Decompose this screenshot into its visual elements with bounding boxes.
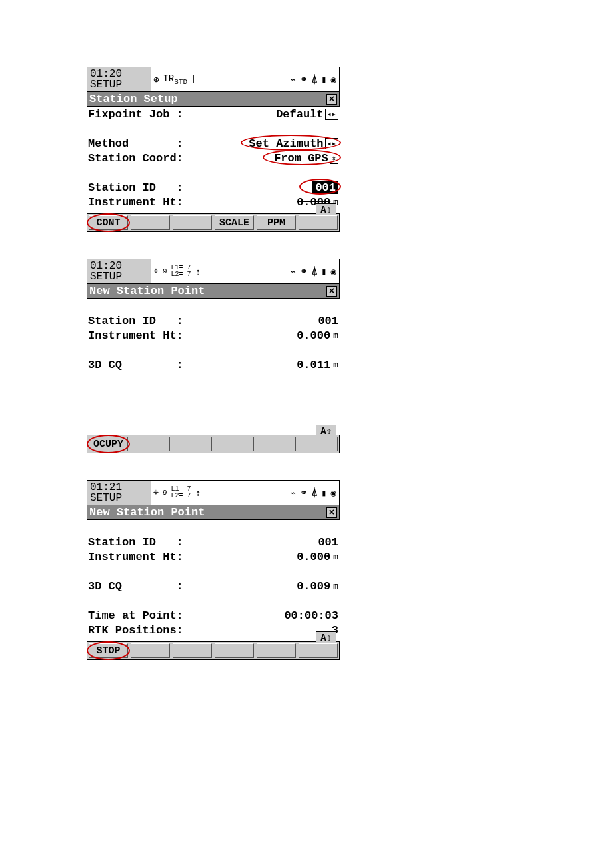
- softkey-label: STOP: [96, 645, 120, 657]
- topbar-time-mode: 01:20SETUP: [87, 67, 151, 91]
- softkey-empty: [173, 437, 212, 451]
- field-label: 3D CQ :: [88, 359, 183, 371]
- link-icon: ⚭: [300, 266, 308, 277]
- close-icon[interactable]: ×: [326, 507, 337, 518]
- form-row: Instrument Ht:0.000m: [87, 549, 340, 564]
- bluetooth-icon: ⌁: [290, 74, 295, 85]
- value-text: 0.000: [297, 329, 330, 342]
- field-label: Station ID :: [88, 315, 183, 327]
- field-value[interactable]: Set Azimuth◂▸: [249, 137, 338, 150]
- field-value: 0.011m: [297, 359, 338, 371]
- field-value: 001: [318, 536, 338, 549]
- value-text: 0.011: [297, 359, 330, 371]
- softkey-label: SCALE: [219, 217, 249, 229]
- shift-indicator: A⇧: [316, 425, 336, 437]
- topbar-icons: ⌖9L1= 7L2= 7⇡⌁⚭⍋▮◉: [151, 259, 339, 283]
- form-row: RTK Positions:3: [87, 623, 340, 637]
- window-titlebar: New Station Point×: [87, 505, 340, 520]
- topbar-icons: ⊛IRSTDI⌁⚭⍋▮◉: [151, 67, 339, 91]
- disk-icon: ◉: [331, 74, 336, 85]
- softkey-empty: [131, 215, 170, 230]
- topbar-time-mode: 01:20SETUP: [87, 259, 151, 283]
- mode-label: SETUP: [90, 79, 151, 90]
- tribrach-icon: ⌖: [153, 487, 159, 498]
- unit-label: m: [333, 360, 338, 370]
- value-text: 001: [318, 536, 338, 549]
- arrow-left-right-icon[interactable]: ◂▸: [325, 109, 338, 120]
- softkey-stop[interactable]: STOP: [89, 643, 128, 658]
- clock: 01:20: [90, 69, 151, 79]
- softkey-empty: [131, 437, 170, 451]
- value-text: Default: [276, 108, 323, 121]
- link-icon: ⚭: [300, 487, 308, 499]
- survey-mode-icon: ⇡: [195, 266, 201, 277]
- value-text: From GPS: [274, 152, 328, 165]
- blank-row: [87, 564, 340, 579]
- field-value[interactable]: From GPS⇳: [274, 152, 338, 165]
- device-screen: 01:20SETUP⊛IRSTDI⌁⚭⍋▮◉Station Setup×Fixp…: [87, 67, 340, 232]
- field-label: Instrument Ht:: [88, 196, 183, 209]
- shift-indicator: A⇧: [316, 203, 336, 215]
- field-label: Instrument Ht:: [88, 551, 183, 563]
- softkey-empty: [215, 643, 254, 658]
- arrow-up-down-icon[interactable]: ⇳: [330, 153, 338, 164]
- window-title: Station Setup: [89, 93, 178, 105]
- form-row: Station ID :001: [87, 180, 340, 195]
- bluetooth-icon: ⌁: [290, 487, 295, 499]
- antenna-icon: ⍋: [312, 74, 317, 85]
- topbar: 01:21SETUP⌖9L1= 7L2= 7⇡⌁⚭⍋▮◉: [87, 480, 340, 505]
- blank-row: [87, 165, 340, 180]
- field-label: Station ID :: [88, 536, 183, 549]
- form-row: Station ID :001: [87, 535, 340, 549]
- info-icon: I: [191, 73, 195, 87]
- ir-sub: STD: [174, 77, 187, 85]
- form-row: Station Coord:From GPS⇳: [87, 151, 340, 165]
- softkey-empty: [299, 215, 338, 230]
- form-row: Method :Set Azimuth◂▸: [87, 136, 340, 151]
- topbar: 01:20SETUP⊛IRSTDI⌁⚭⍋▮◉: [87, 67, 340, 92]
- battery-icon: ▮: [321, 266, 326, 277]
- value-text: 00:00:03: [284, 609, 338, 622]
- clock: 01:20: [90, 261, 151, 271]
- field-label: Fixpoint Job :: [88, 108, 183, 121]
- blank-row: [87, 121, 340, 136]
- close-icon[interactable]: ×: [326, 286, 337, 297]
- field-value[interactable]: 001: [312, 181, 338, 194]
- tribrach-icon: ⌖: [153, 266, 159, 277]
- topbar-time-mode: 01:21SETUP: [87, 481, 151, 505]
- softkey-scale[interactable]: SCALE: [215, 215, 254, 230]
- blank-row: [87, 387, 340, 401]
- field-value[interactable]: Default◂▸: [276, 108, 338, 121]
- unit-label: m: [333, 331, 338, 341]
- disk-icon: ◉: [331, 266, 336, 277]
- softkey-label: PPM: [267, 217, 285, 229]
- value-text: 001: [318, 315, 338, 327]
- device-screen: 01:20SETUP⌖9L1= 7L2= 7⇡⌁⚭⍋▮◉New Station …: [87, 259, 340, 453]
- window-titlebar: Station Setup×: [87, 92, 340, 107]
- blank-row: [87, 520, 340, 535]
- antenna-icon: ⍋: [312, 487, 317, 499]
- window-title: New Station Point: [89, 285, 205, 297]
- form-row: Fixpoint Job :Default◂▸: [87, 107, 340, 121]
- signal-icon: L1= 7L2= 7: [171, 265, 191, 278]
- blank-row: [87, 416, 340, 431]
- arrow-left-right-icon[interactable]: ◂▸: [325, 138, 338, 149]
- field-label: Station Coord:: [88, 152, 183, 165]
- softkey-empty: [215, 437, 254, 451]
- softkey-empty: [173, 643, 212, 658]
- softkey-bar: A⇧OCUPY: [87, 435, 340, 453]
- softkey-label: OCUPY: [93, 439, 123, 450]
- bluetooth-icon: ⌁: [290, 266, 295, 277]
- softkey-ocupy[interactable]: OCUPY: [89, 437, 128, 451]
- form-row: Instrument Ht:0.000m: [87, 195, 340, 209]
- value-text: 0.009: [297, 580, 330, 593]
- softkey-cont[interactable]: CONT: [89, 215, 128, 230]
- topbar: 01:20SETUP⌖9L1= 7L2= 7⇡⌁⚭⍋▮◉: [87, 259, 340, 284]
- unit-label: m: [333, 581, 338, 591]
- close-icon[interactable]: ×: [326, 94, 337, 105]
- device-screen: 01:21SETUP⌖9L1= 7L2= 7⇡⌁⚭⍋▮◉New Station …: [87, 480, 340, 660]
- softkey-empty: [131, 643, 170, 658]
- survey-mode-icon: ⇡: [195, 487, 201, 499]
- softkey-empty: [299, 437, 338, 451]
- softkey-ppm[interactable]: PPM: [257, 215, 296, 230]
